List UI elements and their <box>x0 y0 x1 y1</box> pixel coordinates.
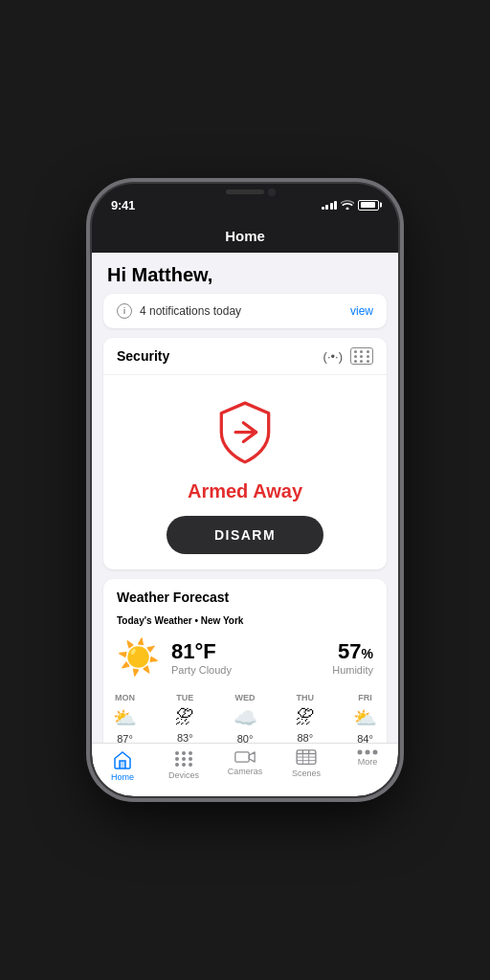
notification-left: i 4 notifications today <box>117 303 241 319</box>
weather-description: Party Cloudy <box>171 664 232 676</box>
greeting-section: Hi Matthew, <box>92 253 398 294</box>
forecast-day-mon: MON ⛅ 87° <box>113 693 137 743</box>
tab-cameras[interactable]: Cameras <box>214 749 276 776</box>
nav-header: Home <box>92 218 398 253</box>
weather-details: 81°F Party Cloudy <box>171 639 232 676</box>
forecast-temp-fri: 84° <box>357 733 373 743</box>
svg-point-21 <box>373 750 378 755</box>
info-icon: i <box>117 303 132 319</box>
notification-text: 4 notifications today <box>140 304 241 318</box>
shield-icon <box>207 394 283 471</box>
tab-more[interactable]: More <box>337 749 398 767</box>
svg-point-2 <box>182 751 186 755</box>
forecast-temp-thu: 88° <box>297 732 313 743</box>
keypad-icon[interactable] <box>350 347 373 365</box>
security-title: Security <box>117 348 169 364</box>
wifi-sensor-icon[interactable]: (·•·) <box>323 349 343 364</box>
home-icon <box>112 749 133 770</box>
tab-home[interactable]: Home <box>92 749 153 782</box>
tab-more-label: More <box>358 757 378 767</box>
front-camera <box>268 189 276 196</box>
speaker <box>226 189 264 194</box>
disarm-button[interactable]: DISARM <box>167 516 323 554</box>
weather-location: Today's Weather • New York <box>103 612 387 634</box>
svg-point-8 <box>182 763 186 767</box>
security-body: Armed Away DISARM <box>103 375 387 569</box>
notch <box>192 184 298 205</box>
forecast-icon-mon: ⛅ <box>113 706 137 729</box>
forecast-icon-thu: ⛈ <box>296 706 315 728</box>
cameras-icon <box>234 749 256 765</box>
humidity-value: 57% <box>332 639 373 664</box>
weather-header: Weather Forecast <box>103 579 387 612</box>
svg-point-7 <box>175 763 179 767</box>
tab-home-label: Home <box>111 772 134 782</box>
forecast-temp-mon: 87° <box>117 733 133 743</box>
svg-point-20 <box>366 750 370 755</box>
svg-point-5 <box>182 757 186 761</box>
weather-forecast: MON ⛅ 87° TUE ⛈ 83° WED ☁️ 80° <box>103 687 387 743</box>
status-time: 9:41 <box>111 198 135 212</box>
weather-humidity-block: 57% Humidity <box>332 639 373 676</box>
more-icon <box>357 749 378 755</box>
tab-bar: Home Devices <box>92 743 398 796</box>
content-area: Hi Matthew, i 4 notifications today view… <box>92 253 398 743</box>
weather-city: New York <box>201 615 244 626</box>
svg-point-19 <box>358 750 363 755</box>
weather-location-prefix: Today's Weather • <box>117 615 201 626</box>
weather-title: Weather Forecast <box>117 590 229 605</box>
svg-point-9 <box>189 763 192 767</box>
tab-cameras-label: Cameras <box>228 767 263 776</box>
forecast-icon-fri: ⛅ <box>353 706 377 729</box>
svg-rect-10 <box>235 752 249 762</box>
battery-icon <box>358 200 379 211</box>
svg-rect-0 <box>120 761 125 768</box>
status-icons <box>322 199 380 212</box>
forecast-temp-tue: 83° <box>177 732 193 743</box>
sun-icon: ☀️ <box>117 637 160 678</box>
security-card: Security (·•·) <box>103 338 387 569</box>
svg-point-6 <box>189 757 192 761</box>
forecast-day-tue: TUE ⛈ 83° <box>175 693 194 743</box>
armed-status: Armed Away <box>188 480 302 502</box>
wifi-icon <box>341 199 354 212</box>
tab-scenes-label: Scenes <box>292 768 321 778</box>
tab-devices-label: Devices <box>168 770 199 780</box>
screen: 9:41 <box>92 184 398 796</box>
forecast-temp-wed: 80° <box>237 733 254 743</box>
notification-card: i 4 notifications today view <box>103 294 387 328</box>
scenes-icon <box>296 749 317 767</box>
nav-title: Home <box>225 228 265 244</box>
view-link[interactable]: view <box>350 304 373 318</box>
svg-point-4 <box>175 757 179 761</box>
humidity-label: Humidity <box>332 664 373 676</box>
forecast-day-thu: THU ⛈ 88° <box>296 693 315 743</box>
security-header-icons: (·•·) <box>323 347 373 365</box>
phone-frame: 9:41 <box>92 184 398 796</box>
weather-temp: 81°F <box>171 639 232 664</box>
svg-point-1 <box>175 751 179 755</box>
devices-icon <box>173 749 194 768</box>
weather-current: ☀️ 81°F Party Cloudy 57% Humidity <box>103 634 387 687</box>
tab-devices[interactable]: Devices <box>153 749 214 780</box>
forecast-day-fri: FRI ⛅ 84° <box>353 693 377 743</box>
forecast-day-wed: WED ☁️ 80° <box>234 693 257 743</box>
greeting-text: Hi Matthew, <box>107 264 383 286</box>
svg-point-3 <box>189 751 192 755</box>
security-header: Security (·•·) <box>103 338 387 375</box>
forecast-icon-tue: ⛈ <box>175 706 194 728</box>
signal-icon <box>322 200 338 210</box>
forecast-icon-wed: ☁️ <box>234 706 257 729</box>
weather-card: Weather Forecast Today's Weather • New Y… <box>103 579 387 743</box>
tab-scenes[interactable]: Scenes <box>276 749 337 778</box>
